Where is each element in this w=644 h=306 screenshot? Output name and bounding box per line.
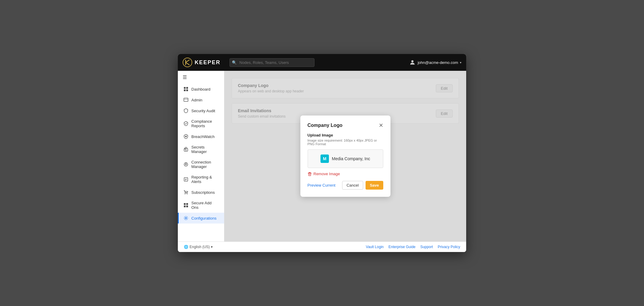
upload-image-hint: Image size requirement: 160px x 40px JPE… [308,139,383,146]
support-link[interactable]: Support [420,245,433,249]
svg-rect-24 [309,172,311,173]
search-icon: 🔍 [232,60,237,65]
user-icon [409,59,416,66]
privacy-policy-link[interactable]: Privacy Policy [438,245,460,249]
svg-point-22 [185,218,187,219]
preview-current-link[interactable]: Preview Current [308,183,336,188]
sidebar-label-security-audit: Security Audit [191,109,215,113]
security-audit-icon [184,108,188,113]
language-chevron-icon: ▾ [211,245,213,249]
sidebar-item-compliance-reports[interactable]: Compliance Reports [178,116,224,131]
reporting-alerts-icon [184,177,188,182]
remove-image-button[interactable]: Remove Image [308,172,340,176]
dashboard-icon [184,87,188,92]
user-email: john@acme-demo.com [418,60,458,65]
modal-header: Company Logo ✕ [308,123,383,128]
company-avatar-letter: M [323,156,327,161]
sidebar-label-compliance-reports: Compliance Reports [191,119,219,128]
sidebar-item-secrets-manager[interactable]: Secrets Manager [178,142,224,157]
modal-title: Company Logo [308,123,342,128]
sidebar-item-subscriptions[interactable]: Subscriptions [178,187,224,198]
cancel-button[interactable]: Cancel [342,181,363,190]
sidebar-label-dashboard: Dashboard [191,87,211,92]
svg-rect-5 [186,89,188,91]
breachwatch-icon [184,134,188,139]
svg-point-8 [185,136,187,137]
app-window: KEEPER 🔍 john@acme-demo.com ▾ ☰ [178,54,466,252]
sidebar-item-reporting-alerts[interactable]: Reporting & Alerts [178,172,224,187]
user-area[interactable]: john@acme-demo.com ▾ [409,59,461,66]
modal-actions: Cancel Save [342,181,383,190]
svg-point-1 [412,60,414,62]
compliance-reports-icon [184,121,188,126]
svg-point-17 [187,194,188,194]
enterprise-guide-link[interactable]: Enterprise Guide [388,245,415,249]
svg-rect-20 [184,206,186,207]
language-label: English (US) [190,245,210,249]
configurations-icon [184,216,188,220]
sidebar-item-dashboard[interactable]: Dashboard [178,84,224,94]
main-layout: ☰ Dashboard Admin [178,71,466,242]
upload-preview-area: M Media Company, Inc [308,149,383,168]
sidebar-label-subscriptions: Subscriptions [191,190,215,195]
sidebar-label-reporting-alerts: Reporting & Alerts [191,175,219,184]
modal-close-button[interactable]: ✕ [379,123,383,128]
svg-rect-13 [184,178,188,181]
admin-icon [184,98,188,102]
svg-rect-18 [184,203,186,205]
remove-image-label: Remove Image [314,172,340,176]
svg-rect-4 [184,89,186,91]
sidebar-item-admin[interactable]: Admin [178,94,224,105]
svg-point-0 [183,58,192,67]
svg-rect-2 [184,87,186,89]
svg-rect-6 [184,98,188,101]
sidebar-item-connection-manager[interactable]: Connection Manager [178,157,224,172]
svg-rect-3 [186,87,188,89]
trash-icon [308,172,312,176]
globe-icon: 🌐 [184,245,188,249]
svg-point-16 [185,194,186,194]
logo-area: KEEPER [183,58,225,67]
sidebar-label-configurations: Configurations [191,216,217,220]
upload-image-label: Upload Image [308,133,383,137]
save-button[interactable]: Save [366,181,383,190]
sidebar-item-secure-add-ons[interactable]: Secure Add Ons [178,198,224,213]
sidebar-item-security-audit[interactable]: Security Audit [178,105,224,116]
sidebar-label-admin: Admin [191,98,202,102]
sidebar-label-breachwatch: BreachWatch [191,134,215,139]
company-name-text: Media Company, Inc [332,156,370,161]
svg-rect-19 [186,203,188,205]
sidebar-item-configurations[interactable]: Configurations [178,213,224,224]
sidebar-label-secure-add-ons: Secure Add Ons [191,201,219,210]
secure-add-ons-icon [184,203,188,208]
footer-links: Vault Login Enterprise Guide Support Pri… [366,245,460,249]
vault-login-link[interactable]: Vault Login [366,245,384,249]
footer: 🌐 English (US) ▾ Vault Login Enterprise … [178,242,466,252]
sidebar: ☰ Dashboard Admin [178,71,224,242]
subscriptions-icon [184,190,188,195]
svg-rect-21 [186,206,188,207]
svg-point-11 [185,164,187,165]
connection-manager-icon [184,162,188,167]
search-bar: 🔍 [229,58,314,67]
hamburger-menu-icon[interactable]: ☰ [178,71,224,84]
sidebar-label-secrets-manager: Secrets Manager [191,145,219,154]
modal-footer: Preview Current Cancel Save [308,181,383,190]
language-selector[interactable]: 🌐 English (US) ▾ [184,245,213,249]
logo-text: KEEPER [195,59,220,66]
sidebar-label-connection-manager: Connection Manager [191,160,219,169]
chevron-down-icon: ▾ [460,61,461,64]
search-input[interactable] [229,58,314,67]
content-area: Company Logo Appears on web and desktop … [224,71,466,242]
sidebar-spacer [178,224,224,242]
header: KEEPER 🔍 john@acme-demo.com ▾ [178,54,466,71]
secrets-manager-icon [184,147,188,152]
sidebar-item-breachwatch[interactable]: BreachWatch [178,131,224,142]
modal-overlay: Company Logo ✕ Upload Image Image size r… [224,71,466,242]
keeper-logo-icon [183,58,192,67]
company-logo-modal: Company Logo ✕ Upload Image Image size r… [300,116,390,197]
company-avatar: M [320,154,329,163]
